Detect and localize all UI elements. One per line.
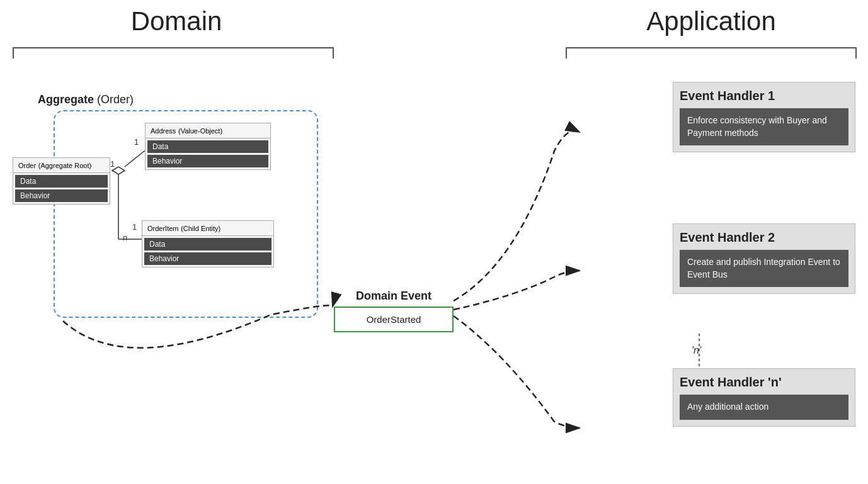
conn-label-1b: 1 bbox=[134, 137, 139, 147]
address-box: Address (Value-Object) Data Behavior bbox=[145, 123, 271, 170]
orderitem-behavior-row: Behavior bbox=[144, 252, 271, 265]
application-title: Application bbox=[566, 6, 857, 37]
address-behavior-row: Behavior bbox=[147, 155, 268, 167]
event-to-handler1-arrow bbox=[454, 131, 580, 301]
handler2-desc: Create and publish Integration Event to … bbox=[680, 250, 848, 287]
order-behavior-row: Behavior bbox=[15, 189, 108, 202]
app-bracket bbox=[566, 47, 857, 59]
domain-event-inner: OrderStarted bbox=[334, 307, 454, 332]
conn-label-1a: 1 bbox=[110, 159, 115, 169]
event-to-handler2-arrow bbox=[454, 271, 580, 310]
handlern-desc: Any additional action bbox=[680, 395, 848, 420]
aggregate-label: Aggregate (Order) bbox=[38, 93, 134, 106]
order-data-row: Data bbox=[15, 175, 108, 188]
domain-title: Domain bbox=[0, 6, 353, 37]
handler2-title: Event Handler 2 bbox=[680, 230, 848, 245]
event-handler-2: Event Handler 2 Create and publish Integ… bbox=[673, 223, 855, 294]
orderitem-box-title: OrderItem (Child Entity) bbox=[142, 221, 273, 236]
conn-label-1c: 1 bbox=[132, 222, 137, 232]
address-data-row: Data bbox=[147, 140, 268, 153]
order-box: Order (Aggregate Root) Data Behavior bbox=[13, 157, 110, 205]
domain-event-label: Domain Event bbox=[334, 290, 454, 303]
orderitem-data-row: Data bbox=[144, 238, 271, 250]
domain-bracket bbox=[13, 47, 334, 59]
event-handler-1: Event Handler 1 Enforce consistency with… bbox=[673, 82, 855, 152]
n-connector-label: 'n' bbox=[692, 345, 701, 356]
handler1-title: Event Handler 1 bbox=[680, 89, 848, 103]
address-box-title: Address (Value-Object) bbox=[146, 123, 270, 138]
event-to-handlern-arrow bbox=[454, 316, 580, 428]
orderitem-box: OrderItem (Child Entity) Data Behavior bbox=[142, 220, 274, 267]
handlern-title: Event Handler 'n' bbox=[680, 375, 848, 390]
event-handler-n: Event Handler 'n' Any additional action bbox=[673, 368, 855, 427]
domain-section: Domain Aggregate (Order) Order (Aggregat… bbox=[0, 0, 353, 484]
conn-label-n: n bbox=[123, 233, 127, 242]
domain-event-box: Domain Event OrderStarted bbox=[334, 290, 454, 332]
handler1-desc: Enforce consistency with Buyer and Payme… bbox=[680, 108, 848, 145]
order-box-title: Order (Aggregate Root) bbox=[13, 158, 110, 173]
